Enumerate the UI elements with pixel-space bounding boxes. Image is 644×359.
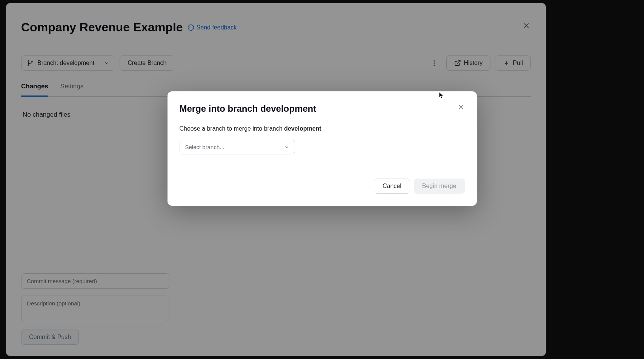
chevron-down-icon <box>284 145 289 150</box>
modal-title: Merge into branch development <box>180 103 465 114</box>
begin-merge-button[interactable]: Begin merge <box>414 179 465 194</box>
select-branch-dropdown[interactable]: Select branch... <box>180 140 295 154</box>
modal-prompt: Choose a branch to merge into branch dev… <box>180 125 465 132</box>
cancel-button[interactable]: Cancel <box>374 179 410 194</box>
modal-actions: Cancel Begin merge <box>180 179 465 194</box>
close-icon <box>458 104 464 111</box>
modal-backdrop[interactable]: Merge into branch development Choose a b… <box>0 0 644 359</box>
merge-modal: Merge into branch development Choose a b… <box>168 91 477 206</box>
modal-close-button[interactable] <box>456 102 466 112</box>
select-branch-placeholder: Select branch... <box>185 144 224 150</box>
